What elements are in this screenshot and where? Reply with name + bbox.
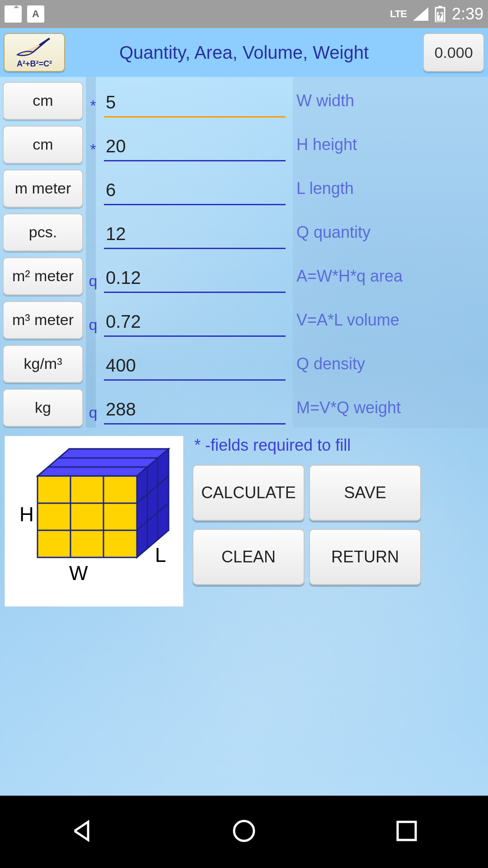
row-weight: kg q M=V*Q weight [0, 386, 488, 429]
height-label: H height [288, 135, 488, 154]
unit-area-button[interactable]: m² meter [3, 257, 83, 295]
android-nav-bar [0, 796, 488, 868]
row-height: cm * H height [0, 123, 488, 166]
sym-blank [87, 246, 99, 254]
cuboid-diagram: H W L [5, 436, 183, 607]
weight-input[interactable] [104, 391, 286, 425]
status-time: 2:39 [452, 5, 483, 24]
app-header: A²+B²=C² Quantity, Area, Volume, Weight … [0, 28, 488, 77]
unit-height-button[interactable]: cm [3, 126, 83, 164]
weight-label: M=V*Q weight [288, 398, 488, 417]
svg-line-5 [39, 38, 50, 45]
diagram-w-label: W [69, 562, 88, 584]
result-display-button[interactable]: 0.000 [423, 33, 484, 72]
volume-label: V=A*L volume [288, 311, 488, 330]
height-input[interactable] [104, 128, 286, 161]
return-button[interactable]: RETURN [309, 529, 421, 585]
row-area: m² meter q A=W*H*q area [0, 254, 488, 298]
required-mark: * [87, 97, 99, 123]
calculate-button[interactable]: CALCULATE [192, 465, 305, 521]
diagram-l-label: L [155, 544, 166, 566]
sym-q: q [87, 272, 99, 298]
area-input[interactable] [104, 259, 286, 293]
sym-q: q [87, 404, 99, 429]
content-area: cm * W width cm * H height m meter L len… [0, 77, 488, 796]
required-mark: * [87, 141, 99, 166]
row-quantity: pcs. Q quantity [0, 210, 488, 254]
quantity-label: Q quantity [288, 223, 488, 242]
page-title: Quantity, Area, Volume, Weight [70, 42, 418, 63]
width-input[interactable] [104, 84, 286, 118]
unit-length-button[interactable]: m meter [3, 170, 83, 208]
unit-width-button[interactable]: cm [3, 82, 83, 120]
battery-icon [435, 6, 446, 22]
unit-volume-button[interactable]: m³ meter [3, 301, 83, 339]
svg-marker-9 [38, 476, 137, 557]
draw-formula-button[interactable]: A²+B²=C² [4, 33, 65, 72]
unit-density-button[interactable]: kg/m³ [3, 345, 83, 383]
sym-blank [87, 377, 99, 386]
app-a-icon: A [27, 5, 44, 23]
row-volume: m³ meter q V=A*L volume [0, 298, 488, 342]
diagram-h-label: H [19, 503, 34, 525]
row-width: cm * W width [0, 79, 488, 123]
signal-icon [413, 7, 428, 21]
quantity-input[interactable] [104, 216, 286, 249]
sym-blank [87, 202, 99, 210]
row-length: m meter L length [0, 166, 488, 210]
clean-button[interactable]: CLEAN [192, 529, 305, 585]
width-label: W width [288, 91, 488, 110]
unit-weight-button[interactable]: kg [3, 389, 83, 427]
length-input[interactable] [104, 172, 286, 205]
sym-q: q [87, 316, 99, 342]
unit-quantity-button[interactable]: pcs. [3, 213, 83, 251]
formula-label: A²+B²=C² [17, 59, 52, 69]
home-icon[interactable] [228, 815, 260, 849]
status-bar: A LTE 2:39 [0, 0, 488, 28]
lte-icon: LTE [390, 9, 407, 19]
row-density: kg/m³ Q density [0, 342, 488, 386]
length-label: L length [288, 179, 488, 198]
density-input[interactable] [104, 347, 286, 381]
sd-card-icon [5, 5, 22, 23]
svg-marker-0 [413, 7, 428, 21]
input-rows: cm * W width cm * H height m meter L len… [0, 77, 488, 429]
back-icon[interactable] [66, 815, 97, 849]
svg-rect-22 [398, 822, 416, 840]
density-label: Q density [288, 354, 488, 373]
volume-input[interactable] [104, 303, 286, 337]
required-footnote: * -fields required to fill [192, 436, 483, 455]
recent-icon[interactable] [391, 815, 422, 849]
area-label: A=W*H*q area [288, 267, 488, 286]
svg-point-21 [234, 821, 254, 841]
save-button[interactable]: SAVE [309, 465, 421, 521]
